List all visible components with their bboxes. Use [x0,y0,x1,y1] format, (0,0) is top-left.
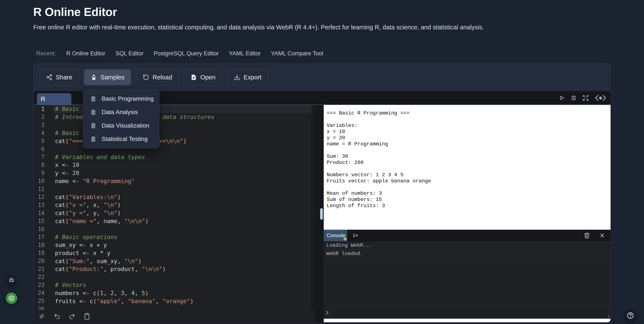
line-number: 24 [34,290,44,296]
code-text: # Variables and data types [53,153,315,161]
page: { "colors": { "page_bg": "#1b2230", "car… [0,0,644,324]
code-text: cat("Variables:\n") [53,193,315,201]
open-button-label: Open [200,74,216,81]
assistant-button[interactable] [6,275,17,285]
undo-icon[interactable] [54,313,61,320]
recent-link-postgresql-query-editor[interactable]: PostgreSQL Query Editor [154,50,219,57]
line-number: 8 [34,162,44,168]
fullscreen-expand-icon[interactable] [582,95,589,101]
code-line-23: 23# Vectors [34,281,315,289]
line-number: 15 [34,218,44,224]
open-button[interactable]: Open [184,69,222,85]
code-editor[interactable]: 1# Basic R Programming2# Introduction to… [34,105,315,310]
code-lines: 1# Basic R Programming2# Introduction to… [34,105,315,310]
line-number: 26 [34,306,44,310]
code-text: product <- x * y [53,249,315,257]
code-line-20: 20cat("Sum:", sum_xy, "\n") [34,257,315,265]
recent-link-r-online-editor[interactable]: R Online Editor [66,50,105,57]
line-number: 5 [34,138,44,144]
page-header: R Online Editor Free online R editor wit… [33,5,484,31]
line-number: 19 [34,250,44,256]
run-play-icon[interactable] [558,95,565,101]
redo-icon[interactable] [68,313,76,320]
code-line-25: 25fruits <- c("apple", "banana", "orange… [34,297,315,305]
code-line-22: 22 [34,273,315,281]
line-number: 7 [34,154,44,160]
line-number: 11 [34,186,44,192]
help-button[interactable] [624,310,636,321]
samples-menu-item-basic-programming[interactable]: Basic Programming [83,92,159,105]
code-text: cat("Product:", product, "\n\n") [53,265,315,273]
code-text: sum_xy <- x + y [53,241,315,249]
page-subtitle: Free online R editor with real-time exec… [33,24,484,31]
line-number: 1 [34,106,44,112]
line-number: 4 [34,130,44,136]
code-text: cat("x =", x, "\n") [53,201,315,209]
console-log-line: WebR loaded. [324,250,610,258]
split-view-icon[interactable] [570,95,577,101]
code-text: fruits <- c("apple", "banana", "orange") [53,297,315,305]
recent-link-yaml-compare-tool[interactable]: YAML Compare Tool [271,50,323,57]
copy-clipboard-icon[interactable] [83,313,90,320]
code-text: x <- 10 [53,161,315,169]
close-icon[interactable] [599,232,606,239]
code-line-19: 19product <- x * y [34,249,315,257]
code-line-11: 11 [34,185,315,193]
line-number: 17 [34,234,44,240]
console-input[interactable] [331,307,608,318]
recent-link-sql-editor[interactable]: SQL Editor [116,50,144,57]
editor-scrollbar-thumb[interactable] [320,208,323,220]
robot-icon [8,277,15,283]
line-number: 14 [34,210,44,216]
code-text [53,305,315,310]
share-button[interactable]: Share [40,69,79,85]
export-button[interactable]: Export [227,69,268,85]
status-dot [344,237,347,241]
code-line-26: 26 [34,305,315,310]
code-line-8: 8x <- 10 [34,161,315,169]
export-button-label: Export [244,74,262,81]
samples-menu-item-label: Data Visualization [102,122,150,129]
samples-menu-item-data-visualization[interactable]: Data Visualization [83,119,159,132]
share-button-label: Share [56,74,72,81]
toolbar: Share Samples Reload [40,69,268,85]
page-title: R Online Editor [33,5,484,19]
samples-menu-item-data-analysis[interactable]: Data Analysis [83,105,159,119]
settings-button[interactable] [6,293,17,304]
trash-icon[interactable] [584,232,590,239]
format-code-icon[interactable] [38,313,46,320]
code-line-2: 2# Introduction to R syntax and data str… [34,113,315,121]
tab-r[interactable]: R [37,93,72,104]
line-number: 20 [34,258,44,264]
tab-console[interactable]: Console [324,230,347,241]
code-text: cat("name =", name, "\n\n") [53,217,315,225]
file-plus-icon [190,74,197,80]
code-logo-icon [594,94,607,102]
gear-icon [8,295,15,302]
line-number: 13 [34,202,44,208]
samples-button[interactable]: Samples [84,69,131,85]
line-number: 18 [34,242,44,248]
line-number: 21 [34,266,44,272]
code-line-21: 21cat("Product:", product, "\n\n") [34,265,315,273]
code-text [53,273,315,281]
clipboard-list-icon [90,109,96,115]
console-log: Loading WebR...WebR loaded. [324,241,610,258]
console-tab-label: Console [327,233,346,238]
download-icon [234,74,240,80]
reload-button[interactable]: Reload [136,69,179,85]
line-number: 12 [34,194,44,200]
code-line-1: 1# Basic R Programming [34,105,315,113]
clipboard-list-icon [90,136,96,142]
code-line-13: 13cat("x =", x, "\n") [34,201,315,209]
code-line-4: 4# Basic arithmetic [34,129,315,137]
resize-handle[interactable] [605,313,610,318]
run-count-badge[interactable]: 1× [353,233,358,238]
recent-link-yaml-editor[interactable]: YAML Editor [229,50,261,57]
code-line-9: 9y <- 20 [34,169,315,177]
recent-label: Recent: [36,50,56,57]
samples-menu-item-statistical-testing[interactable]: Statistical Testing [83,132,159,146]
clipboard-list-icon [90,122,96,129]
code-line-12: 12cat("Variables:\n") [34,193,315,201]
reload-icon [143,74,149,80]
